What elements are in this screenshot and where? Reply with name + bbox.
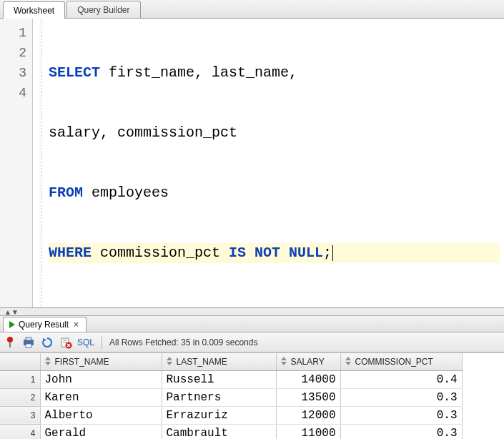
table-row[interactable]: 1JohnRussell140000.4 [0, 370, 462, 388]
col-header-commission[interactable]: COMMISSION_PCT [340, 353, 462, 370]
sql-keyword: FROM [49, 184, 83, 201]
cell-last-name: Cambrault [162, 424, 276, 439]
delete-button[interactable] [59, 335, 73, 350]
svg-marker-5 [43, 338, 46, 342]
sql-keyword: IS NOT NULL [229, 245, 323, 261]
cell-last-name: Errazuriz [162, 406, 276, 424]
sql-text: commission_pct [92, 245, 229, 261]
status-text: All Rows Fetched: 35 in 0.009 seconds [109, 337, 257, 347]
tab-query-builder[interactable]: Query Builder [66, 1, 140, 18]
svg-point-0 [7, 337, 13, 342]
cell-commission: 0.3 [340, 388, 462, 406]
line-number: 2 [0, 43, 26, 63]
svg-rect-1 [9, 342, 11, 347]
cell-last-name: Russell [162, 370, 276, 388]
sql-text: first_name, last_name, [100, 64, 297, 81]
rownum-cell: 4 [0, 424, 40, 439]
svg-marker-18 [345, 357, 351, 360]
col-header-label: COMMISSION_PCT [355, 357, 433, 367]
sql-keyword: WHERE [49, 245, 92, 261]
rownum-cell: 3 [0, 406, 40, 424]
col-header-first-name[interactable]: FIRST_NAME [40, 353, 162, 370]
line-number: 3 [0, 63, 26, 83]
tab-worksheet[interactable]: Worksheet [3, 1, 65, 19]
pin-button[interactable] [3, 335, 17, 350]
sql-text: employees [83, 184, 169, 201]
sort-icon [344, 356, 352, 366]
svg-marker-14 [167, 357, 172, 360]
editor-margin [33, 19, 41, 307]
result-toolbar: SQL All Rows Fetched: 35 in 0.009 second… [0, 332, 504, 352]
cell-first-name: Gerald [40, 424, 162, 439]
cell-commission: 0.3 [340, 406, 462, 424]
col-header-label: LAST_NAME [177, 357, 227, 367]
tab-query-result[interactable]: Query Result × [3, 317, 87, 332]
col-header-label: SALARY [291, 357, 325, 367]
text-cursor [332, 245, 333, 261]
cell-salary: 14000 [276, 370, 340, 388]
cell-first-name: John [40, 370, 162, 388]
table-row[interactable]: 4GeraldCambrault110000.3 [0, 424, 462, 439]
result-tab-label: Query Result [19, 320, 69, 330]
sort-icon [280, 356, 288, 366]
line-number: 4 [0, 83, 26, 103]
svg-marker-12 [45, 357, 51, 360]
rownum-cell: 1 [0, 370, 40, 388]
svg-marker-17 [281, 362, 287, 365]
header-row: FIRST_NAME LAST_NAME SALARY COMMISSION_P… [0, 353, 462, 370]
print-button[interactable] [21, 335, 36, 350]
cell-commission: 0.3 [340, 424, 462, 439]
cell-salary: 13500 [276, 388, 340, 406]
cell-salary: 12000 [276, 406, 340, 424]
svg-rect-4 [26, 344, 31, 347]
table-row[interactable]: 2KarenPartners135000.3 [0, 388, 462, 406]
svg-marker-16 [281, 357, 287, 360]
svg-marker-13 [45, 362, 51, 365]
result-grid[interactable]: FIRST_NAME LAST_NAME SALARY COMMISSION_P… [0, 352, 504, 439]
toolbar-separator [102, 336, 102, 349]
col-header-last-name[interactable]: LAST_NAME [162, 353, 276, 370]
cell-first-name: Karen [40, 388, 162, 406]
close-icon[interactable]: × [72, 320, 80, 330]
col-header-label: FIRST_NAME [55, 357, 109, 367]
play-icon [9, 321, 15, 328]
svg-marker-15 [167, 362, 172, 365]
sql-link[interactable]: SQL [77, 337, 94, 347]
cell-salary: 11000 [276, 424, 340, 439]
result-tabstrip: Query Result × [0, 315, 504, 332]
editor-gutter: 1 2 3 4 [0, 19, 33, 307]
sort-icon [44, 356, 52, 366]
rownum-header[interactable] [0, 353, 40, 370]
sql-text: ; [323, 245, 332, 261]
col-header-salary[interactable]: SALARY [276, 353, 340, 370]
cell-commission: 0.4 [340, 370, 462, 388]
sort-icon [165, 356, 174, 366]
editor-code[interactable]: SELECT first_name, last_name, salary, co… [41, 19, 504, 307]
table-row[interactable]: 3AlbertoErrazuriz120000.3 [0, 406, 462, 424]
sql-editor[interactable]: 1 2 3 4 SELECT first_name, last_name, sa… [0, 19, 504, 308]
cell-first-name: Alberto [40, 406, 162, 424]
line-number: 1 [0, 23, 26, 43]
rownum-cell: 2 [0, 388, 40, 406]
splitter-handle[interactable]: ▲▼ [0, 308, 504, 315]
refresh-button[interactable] [40, 335, 54, 350]
worksheet-tabs: Worksheet Query Builder [0, 0, 504, 19]
sql-keyword: SELECT [49, 64, 100, 81]
svg-rect-3 [26, 337, 31, 340]
cell-last-name: Partners [162, 388, 276, 406]
sql-text: salary, commission_pct [49, 124, 237, 141]
svg-marker-19 [345, 362, 351, 365]
